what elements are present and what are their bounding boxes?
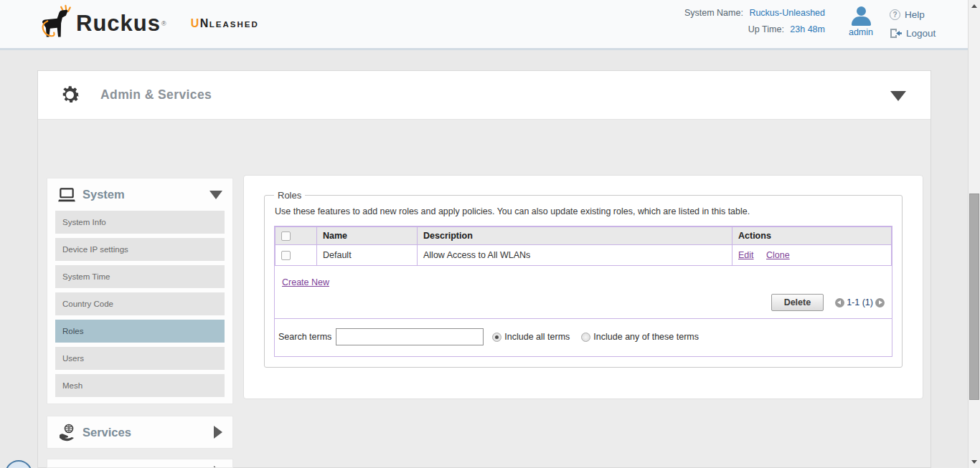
help-link[interactable]: Help bbox=[890, 9, 936, 20]
uptime-value: 23h 48m bbox=[790, 24, 825, 34]
system-status-block: System Name: Ruckus-Unleashed Up Time: 2… bbox=[684, 8, 825, 41]
sidebar-section-next-partial[interactable] bbox=[47, 459, 233, 468]
sidebar-item-system-time[interactable]: System Time bbox=[55, 265, 225, 288]
radio-any-label: Include any of these terms bbox=[593, 332, 699, 342]
delete-button[interactable]: Delete bbox=[771, 294, 824, 311]
system-icon bbox=[57, 187, 76, 203]
roles-panel: Roles Use these features to add new role… bbox=[243, 175, 923, 399]
search-input[interactable] bbox=[336, 328, 484, 345]
sidebar-section-system: System System Info Device IP settings Sy… bbox=[47, 178, 233, 404]
logout-label: Logout bbox=[906, 28, 936, 39]
role-actions-cell: Edit Clone bbox=[732, 245, 892, 266]
roles-table-container: Name Description Actions Default Allow A… bbox=[274, 226, 892, 357]
radio-include-all[interactable]: Include all terms bbox=[492, 332, 570, 342]
sidebar-item-users[interactable]: Users bbox=[55, 347, 225, 370]
create-new-link[interactable]: Create New bbox=[282, 277, 329, 287]
expand-icon bbox=[214, 426, 222, 439]
sidebar-item-country-code[interactable]: Country Code bbox=[55, 292, 225, 315]
pagination: 1-1 (1) bbox=[835, 297, 885, 307]
help-icon bbox=[890, 9, 900, 20]
row-checkbox[interactable] bbox=[281, 251, 291, 260]
pagination-text: 1-1 (1) bbox=[847, 297, 873, 307]
pager-next-icon[interactable] bbox=[875, 298, 885, 307]
uptime-label: Up Time: bbox=[748, 24, 784, 34]
roles-intro-text: Use these features to add new roles and … bbox=[275, 206, 892, 216]
roles-table: Name Description Actions Default Allow A… bbox=[275, 226, 892, 266]
role-name-cell: Default bbox=[317, 245, 418, 266]
sidebar-services-label: Services bbox=[83, 426, 131, 439]
services-icon bbox=[57, 423, 76, 441]
table-row: Default Allow Access to All WLANs Edit C… bbox=[275, 245, 892, 266]
column-header-actions: Actions bbox=[732, 227, 892, 245]
radio-all-label: Include all terms bbox=[504, 332, 570, 342]
content-body: System System Info Device IP settings Sy… bbox=[38, 120, 930, 467]
sidebar-item-mesh[interactable]: Mesh bbox=[55, 374, 225, 397]
session-links: Help Logout bbox=[890, 9, 936, 47]
radio-unselected-icon bbox=[581, 333, 590, 342]
radio-selected-icon bbox=[492, 333, 501, 342]
brand-logo: Ruckus ® U N LEASHED bbox=[36, 4, 259, 43]
table-header-row: Name Description Actions bbox=[275, 227, 892, 245]
brand-name: Ruckus bbox=[76, 11, 161, 37]
role-description-cell: Allow Access to All WLANs bbox=[418, 245, 732, 266]
roles-fieldset: Roles Use these features to add new role… bbox=[264, 190, 903, 368]
search-row: Search terms Include all terms Include a… bbox=[275, 318, 892, 356]
collapse-icon bbox=[209, 191, 222, 199]
table-footer: Create New Delete 1-1 (1) bbox=[275, 266, 892, 318]
scroll-down-icon[interactable] bbox=[969, 456, 980, 468]
sidebar-system-header[interactable]: System bbox=[47, 178, 232, 211]
page-title-bar: Admin & Services bbox=[38, 71, 930, 120]
search-label: Search terms bbox=[278, 332, 331, 342]
page-title: Admin & Services bbox=[100, 87, 212, 102]
roles-legend: Roles bbox=[274, 190, 305, 201]
registered-mark: ® bbox=[161, 20, 166, 27]
admin-services-card: Admin & Services System System Info Devi… bbox=[37, 70, 931, 468]
sidebar: System System Info Device IP settings Sy… bbox=[47, 178, 233, 468]
logout-link[interactable]: Logout bbox=[890, 28, 936, 39]
scrollbar-thumb[interactable] bbox=[969, 194, 979, 400]
collapse-section-icon[interactable] bbox=[890, 91, 906, 101]
sidebar-system-label: System bbox=[83, 188, 125, 201]
select-all-checkbox[interactable] bbox=[281, 231, 291, 241]
clone-link[interactable]: Clone bbox=[766, 250, 790, 260]
vertical-scrollbar[interactable] bbox=[968, 0, 980, 468]
system-name-label: System Name: bbox=[684, 8, 743, 18]
pager-prev-icon[interactable] bbox=[835, 298, 844, 307]
ruckus-dog-logo bbox=[36, 4, 75, 43]
floating-help-bubble[interactable] bbox=[5, 460, 32, 468]
username-label: admin bbox=[848, 27, 874, 37]
column-header-name: Name bbox=[317, 227, 418, 245]
sidebar-item-system-info[interactable]: System Info bbox=[55, 211, 225, 234]
radio-include-any[interactable]: Include any of these terms bbox=[581, 332, 699, 342]
sidebar-item-roles[interactable]: Roles bbox=[55, 320, 225, 343]
gear-icon bbox=[58, 83, 82, 107]
sidebar-item-device-ip-settings[interactable]: Device IP settings bbox=[55, 238, 225, 261]
help-label: Help bbox=[905, 9, 925, 20]
brand-sub-name: U N LEASHED bbox=[191, 17, 259, 30]
sidebar-section-services[interactable]: Services bbox=[47, 416, 233, 449]
top-header-bar: Ruckus ® U N LEASHED System Name: Ruckus… bbox=[0, 0, 980, 50]
edit-link[interactable]: Edit bbox=[738, 250, 754, 260]
logout-icon bbox=[890, 28, 902, 39]
avatar-icon bbox=[848, 6, 874, 26]
current-user[interactable]: admin bbox=[848, 6, 874, 37]
system-name-value: Ruckus-Unleashed bbox=[749, 8, 825, 18]
column-header-description: Description bbox=[418, 227, 732, 245]
system-menu: System Info Device IP settings System Ti… bbox=[47, 211, 232, 403]
scroll-up-icon[interactable] bbox=[969, 0, 980, 12]
